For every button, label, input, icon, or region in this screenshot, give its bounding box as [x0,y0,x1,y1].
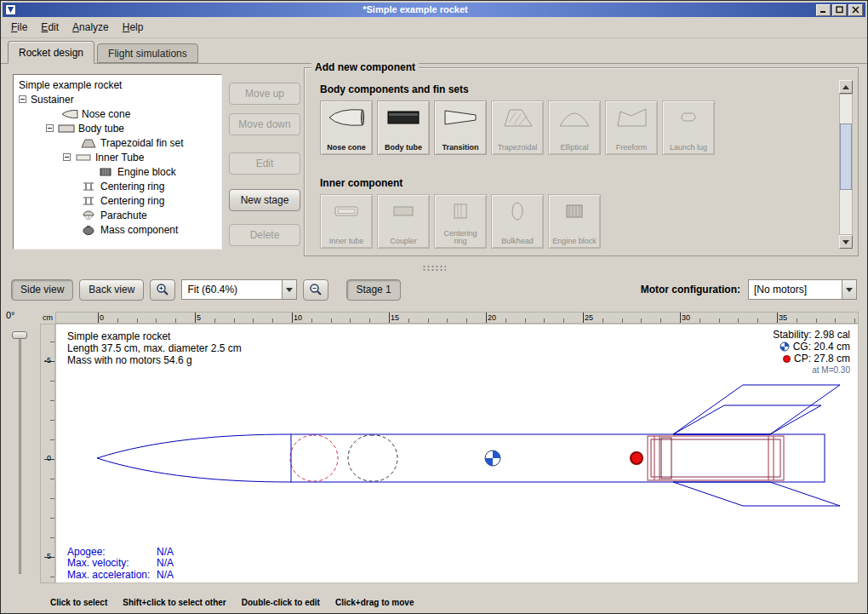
side-view-button[interactable]: Side view [11,279,73,301]
back-view-button[interactable]: Back view [79,279,144,301]
add-elliptical-fin-button: Elliptical [548,100,601,155]
body-group-title: Body components and fin sets [320,83,469,95]
app-icon [5,4,16,15]
component-tree[interactable]: Simple example rocket Sustainer Nose con… [13,74,222,250]
tree-item-body-tube[interactable]: Body tube [14,121,221,135]
max-velocity-value: N/A [157,557,174,569]
menubar: File Edit Analyze Help [1,17,867,38]
scroll-down-button[interactable] [839,235,853,249]
move-up-button: Move up [229,83,300,105]
add-engine-block-button: Engine block [548,194,601,249]
splitter-grip-icon [422,265,446,271]
transition-icon [442,106,479,129]
rocket-drawing-area[interactable]: Simple example rocket Length 37.5 cm, ma… [55,324,859,583]
scrollbar-track[interactable] [839,94,853,235]
collapse-icon[interactable] [19,95,26,103]
tree-item-sustainer[interactable]: Sustainer [14,92,221,106]
tab-bar: Rocket design Flight simulations [1,38,867,64]
close-button[interactable] [848,4,863,16]
rocket-name: Simple example rocket [67,330,242,342]
fin-outline [673,405,821,434]
chevron-down-icon[interactable] [842,280,856,299]
max-velocity-label: Max. velocity: [67,558,157,570]
apogee-value: N/A [157,546,174,558]
rotation-slider-handle[interactable] [12,331,27,339]
tree-item-label: Parachute [100,209,147,221]
tree-item-parachute[interactable]: Parachute [14,208,221,222]
menu-help[interactable]: Help [116,19,151,36]
tree-item-centering-ring-2[interactable]: Centering ring [14,193,221,208]
body-component-buttons: Nose cone Body tube Transition Trapezoid… [320,100,715,155]
collapse-icon[interactable] [63,153,71,161]
add-body-tube-button[interactable]: Body tube [377,100,430,155]
motor-configuration-label: Motor configuration: [641,284,740,296]
tab-rocket-design[interactable]: Rocket design [8,41,94,64]
nose-cone-outline [97,434,291,482]
cg-value: CG: 20.4 cm [793,341,850,353]
rocket-info: Simple example rocket Length 37.5 cm, ma… [67,330,242,366]
motor-configuration-value: [No motors] [749,284,842,296]
stability-info: Stability: 2.98 cal CG: 20.4 cm CP: 27.8… [773,329,850,376]
elliptical-fin-icon [556,106,593,129]
hint-click-select: Click to select [50,598,107,607]
apogee-label: Apogee: [67,547,157,559]
tree-item-fin-set[interactable]: Trapezoidal fin set [14,135,221,150]
zoom-in-button[interactable] [150,279,175,301]
cg-icon [779,341,790,352]
maximize-button[interactable] [832,4,847,16]
add-nose-cone-button[interactable]: Nose cone [320,100,373,155]
menu-file[interactable]: File [4,19,34,36]
rocket-mass: Mass with no motors 54.6 g [67,354,242,366]
scrollbar-thumb[interactable] [840,123,852,190]
add-transition-button[interactable]: Transition [434,100,487,155]
inner-tube-icon [328,199,365,223]
scroll-up-button[interactable] [839,80,853,94]
hint-shift-click: Shift+click to select other [123,598,226,607]
minimize-button[interactable] [816,4,831,16]
max-acceleration-label: Max. acceleration: [67,570,157,582]
fin-outline [673,482,840,506]
chevron-down-icon[interactable] [282,280,296,299]
inner-tube-icon [75,152,92,163]
zoom-out-button[interactable] [303,279,328,301]
menu-edit[interactable]: Edit [34,19,66,36]
arrow-down-icon [842,240,849,244]
add-component-panel: Add new component Body components and fi… [304,67,859,256]
split-pane-divider[interactable] [1,261,867,274]
menu-analyze[interactable]: Analyze [66,19,116,36]
freeform-fin-icon [613,106,650,129]
add-inner-tube-button: Inner tube [320,194,373,249]
centering-ring-icon [80,196,97,206]
motor-configuration-select[interactable]: [No motors] [748,279,857,300]
engine-block-icon [556,199,593,223]
parachute-outline [290,435,338,481]
inner-tube-assembly [648,436,784,480]
mass-component-icon [80,225,97,235]
new-stage-button[interactable]: New stage [229,189,300,211]
tree-item-mass-component[interactable]: Mass component [14,222,221,237]
cg-marker [485,450,500,466]
stage-1-toggle[interactable]: Stage 1 [346,279,400,301]
hint-click-drag: Click+drag to move [335,598,414,607]
tab-flight-simulations[interactable]: Flight simulations [97,43,198,63]
add-panel-scrollbar[interactable] [839,80,853,249]
rotation-value: 0° [6,310,15,320]
launch-lug-icon [670,106,707,129]
horizontal-ruler: 0 5 10 15 20 25 30 35 [55,312,859,324]
magnifier-plus-icon [156,283,169,296]
flight-info: Apogee:N/A Max. velocity:N/A Max. accele… [67,547,174,582]
stability-value: Stability: 2.98 cal [773,329,850,341]
nose-cone-icon [328,106,365,129]
tree-item-engine-block[interactable]: Engine block [14,164,221,179]
mass-component-outline [348,435,397,481]
tree-item-nose-cone[interactable]: Nose cone [14,106,221,121]
zoom-select[interactable]: Fit (60.4%) [181,279,297,300]
collapse-icon[interactable] [46,124,54,132]
figure-canvas: 0° cm 0 5 10 15 20 25 30 35 -5 0 5 [1,305,867,591]
tree-item-centering-ring-1[interactable]: Centering ring [14,179,221,193]
zoom-value: Fit (60.4%) [182,284,282,296]
tree-item-rocket[interactable]: Simple example rocket [14,77,221,92]
fin-set-icon [80,138,97,148]
tree-item-inner-tube[interactable]: Inner Tube [14,150,221,164]
hint-double-click: Double-click to edit [242,598,320,607]
